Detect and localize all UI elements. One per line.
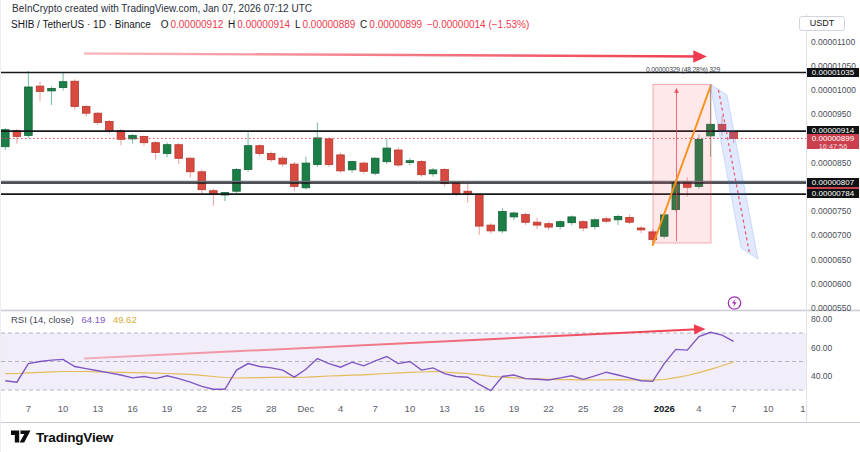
- time-axis-label: 22: [535, 403, 563, 414]
- ohlc-high-value: 0.00000914: [237, 19, 290, 30]
- ohlc-close-label: C: [360, 19, 367, 30]
- price-axis[interactable]: 0.000011000.000010500.000010000.00009500…: [806, 0, 860, 452]
- price-axis-label: 0.0000550: [811, 303, 851, 313]
- time-axis-label: 10: [396, 403, 424, 414]
- rsi-params: (14, close): [29, 314, 73, 325]
- time-axis-label: 10: [49, 403, 77, 414]
- ohlc-close-value: 0.00000899: [369, 19, 422, 30]
- time-axis-label: 7: [720, 403, 748, 414]
- time-axis-label: 13: [431, 403, 459, 414]
- rsi-ma-value: 49.62: [113, 314, 137, 325]
- trend-arrow-main[interactable]: [84, 54, 704, 57]
- time-axis[interactable]: 710131619222528Dec4710131619222528202647…: [1, 399, 860, 419]
- time-axis-label: 2026: [650, 403, 678, 414]
- currency-toggle-button[interactable]: USDT: [799, 16, 845, 31]
- time-axis-label: 13: [84, 403, 112, 414]
- price-axis-label: 0.0000950: [811, 109, 851, 119]
- rsi-title: RSI: [11, 314, 27, 325]
- rsi-axis-label: 60.00: [811, 343, 832, 353]
- time-axis-label: 22: [188, 403, 216, 414]
- time-axis-label: 25: [569, 403, 597, 414]
- ohlc-open-label: O: [161, 19, 169, 30]
- price-axis-label: 0.0000850: [811, 158, 851, 168]
- time-axis-label: 1: [789, 403, 817, 414]
- rsi-value: 64.19: [81, 314, 105, 325]
- footer: TradingView: [11, 427, 113, 447]
- time-axis-label: 28: [604, 403, 632, 414]
- attribution-text: BeInCrypto created with TradingView.com,…: [12, 3, 312, 14]
- time-axis-label: 19: [153, 403, 181, 414]
- rsi-axis-label: 80.00: [811, 314, 832, 324]
- time-axis-label: 28: [257, 403, 285, 414]
- price-range-label: 0.00000329 (48.28%) 329: [646, 66, 720, 73]
- tradingview-logo-icon[interactable]: [11, 429, 31, 445]
- change-value: −0.00000014 (−1.53%): [427, 19, 529, 30]
- price-axis-label: 0.00001000: [811, 85, 856, 95]
- time-axis-label: 7: [14, 403, 42, 414]
- time-axis-label: 10: [754, 403, 782, 414]
- projection-channel[interactable]: [710, 84, 758, 259]
- tradingview-brand-text[interactable]: TradingView: [36, 430, 113, 445]
- ohlc-high-label: H: [228, 19, 235, 30]
- price-axis-label: 0.00001100: [811, 37, 855, 47]
- tradingview-chart-window: BeInCrypto created with TradingView.com,…: [0, 0, 860, 452]
- attribution-bar: BeInCrypto created with TradingView.com,…: [12, 3, 312, 14]
- candlestick-series: [2, 71, 738, 244]
- time-axis-label: 16: [118, 403, 146, 414]
- time-axis-label: 19: [500, 403, 528, 414]
- price-level-tag: 0.00000807: [807, 178, 859, 187]
- time-axis-label: Dec: [292, 403, 320, 414]
- symbol-legend[interactable]: SHIB / TetherUS · 1D · Binance O0.000009…: [11, 19, 531, 30]
- price-axis-label: 0.0000700: [811, 230, 851, 240]
- ohlc-low-value: 0.00000889: [302, 19, 355, 30]
- symbol-meta: SHIB / TetherUS · 1D · Binance: [11, 19, 151, 30]
- time-axis-label: 4: [327, 403, 355, 414]
- last-price-tag: 0.0000089916:47:56: [807, 134, 859, 149]
- bar-countdown: 16:47:56: [807, 144, 859, 151]
- rsi-axis-label: 40.00: [811, 371, 832, 381]
- time-axis-label: 25: [223, 403, 251, 414]
- price-axis-label: 0.0000600: [811, 279, 851, 289]
- time-axis-label: 4: [685, 403, 713, 414]
- ohlc-open-value: 0.00000912: [170, 19, 223, 30]
- chart-canvas[interactable]: [1, 0, 860, 452]
- ohlc-low-label: L: [295, 19, 301, 30]
- price-axis-label: 0.0000650: [811, 255, 851, 265]
- price-level-tag: 0.00000784: [807, 189, 859, 198]
- time-axis-label: 16: [465, 403, 493, 414]
- rsi-legend[interactable]: RSI (14, close) 64.19 49.62: [11, 314, 137, 325]
- time-axis-label: 7: [361, 403, 389, 414]
- price-level-tag: 0.00001035: [807, 68, 859, 77]
- flash-icon[interactable]: [728, 297, 740, 309]
- rsi-band: [1, 333, 806, 390]
- price-axis-label: 0.0000750: [811, 206, 851, 216]
